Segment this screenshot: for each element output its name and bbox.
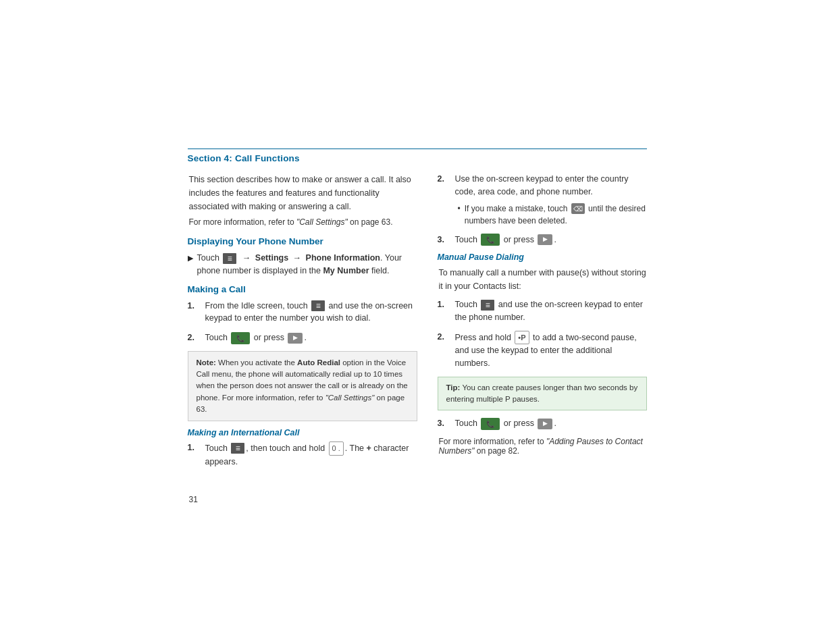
intl-step-1-text: Touch , then touch and hold 0 .. The + c… — [205, 441, 417, 468]
page: Section 4: Call Functions This section d… — [0, 0, 834, 644]
page-number: 31 — [188, 495, 647, 504]
displaying-step-text: Touch → Settings → Phone Information. Yo… — [197, 252, 417, 277]
tip-label: Tip: — [446, 383, 461, 392]
manual-pause-step-3: 3. Touch or press . — [438, 417, 647, 430]
making-call-steps: 1. From the Idle screen, touch and use t… — [188, 300, 417, 344]
send-icon-pause — [538, 419, 552, 429]
call-icon-step2 — [231, 332, 250, 344]
pause-step-num-3: 3. — [438, 417, 448, 430]
displaying-step: ▶ Touch → Settings → Phone Information. … — [188, 252, 417, 277]
making-call-step-2: 2. Touch or press . — [188, 331, 417, 344]
menu-icon-intl1 — [231, 443, 244, 454]
pause-step-3-text: Touch or press . — [455, 417, 647, 430]
pause-icon: •P — [515, 331, 529, 345]
making-call-heading: Making a Call — [188, 284, 417, 294]
call-icon-pause — [481, 418, 500, 430]
pause-step-2: 2. Press and hold •P to add a two-second… — [438, 331, 647, 370]
making-call-step-1: 1. From the Idle screen, touch and use t… — [188, 300, 417, 325]
tip-box: Tip: You can create pauses longer than t… — [438, 377, 647, 411]
bullet-arrow-icon: ▶ — [188, 252, 193, 264]
call-icon-intl — [481, 234, 500, 246]
manual-pause-steps: 1. Touch and use the on-screen keypad to… — [438, 298, 647, 370]
intl-step-3-text: Touch or press . — [455, 234, 647, 246]
menu-icon-step1 — [311, 300, 325, 311]
arrow-symbol: → — [242, 252, 251, 265]
step-2-text: Touch or press . — [205, 331, 417, 344]
intro-paragraph: This section describes how to make or an… — [188, 173, 417, 213]
menu-icon-pause1 — [481, 300, 494, 311]
step-num-2: 2. — [188, 331, 199, 344]
send-icon-intl — [538, 234, 552, 245]
intl-step-2-text: Use the on-screen keypad to enter the co… — [455, 173, 647, 227]
international-step-3: 3. Touch or press . — [438, 234, 647, 246]
zero-icon: 0 . — [329, 441, 344, 456]
international-step-2: 2. Use the on-screen keypad to enter the… — [438, 173, 647, 227]
displaying-heading: Displaying Your Phone Number — [188, 236, 417, 246]
intl-sub-bullet: • If you make a mistake, touch until the… — [458, 203, 647, 227]
international-heading: Making an International Call — [188, 428, 417, 437]
sub-bullet-dot: • — [458, 203, 461, 215]
right-column: 2. Use the on-screen keypad to enter the… — [438, 173, 647, 475]
manual-pause-heading: Manual Pause Dialing — [438, 252, 647, 262]
pause-step-num-1: 1. — [438, 298, 448, 311]
intro-refer: For more information, refer to "Call Set… — [188, 217, 417, 227]
send-icon-step2 — [288, 333, 303, 344]
pause-step-num-2: 2. — [438, 331, 448, 344]
step-1-text: From the Idle screen, touch and use the … — [205, 300, 417, 325]
pause-step-1-text: Touch and use the on-screen keypad to en… — [455, 298, 647, 324]
pause-step-2-text: Press and hold •P to add a two-second pa… — [455, 331, 647, 370]
arrow-symbol-2: → — [293, 252, 302, 265]
intl-step-num-1: 1. — [188, 441, 199, 454]
intl-sub-text: If you make a mistake, touch until the d… — [465, 203, 647, 227]
international-steps: 1. Touch , then touch and hold 0 .. The … — [188, 441, 417, 468]
international-step-1: 1. Touch , then touch and hold 0 .. The … — [188, 441, 417, 468]
note-label: Note: — [197, 358, 216, 367]
section-title: Section 4: Call Functions — [188, 149, 647, 163]
main-content: Section 4: Call Functions This section d… — [161, 108, 674, 644]
left-column: This section describes how to make or an… — [188, 173, 417, 475]
pause-step-1: 1. Touch and use the on-screen keypad to… — [438, 298, 647, 324]
manual-pause-refer: For more information, refer to "Adding P… — [438, 437, 647, 456]
manual-pause-intro: To manually call a number with pause(s) … — [438, 266, 647, 293]
step-num-1: 1. — [188, 300, 199, 313]
intl-step-num-3: 3. — [438, 234, 448, 246]
note-text: When you activate the Auto Redial option… — [197, 358, 408, 413]
two-column-layout: This section describes how to make or an… — [188, 173, 647, 475]
tip-text: You can create pauses longer than two se… — [446, 383, 638, 403]
pause-step-3: 3. Touch or press . — [438, 417, 647, 430]
delete-icon — [571, 203, 585, 214]
menu-icon — [223, 253, 236, 264]
note-box: Note: When you activate the Auto Redial … — [188, 351, 417, 421]
intl-step-num-2: 2. — [438, 173, 448, 186]
international-steps-right: 2. Use the on-screen keypad to enter the… — [438, 173, 647, 246]
